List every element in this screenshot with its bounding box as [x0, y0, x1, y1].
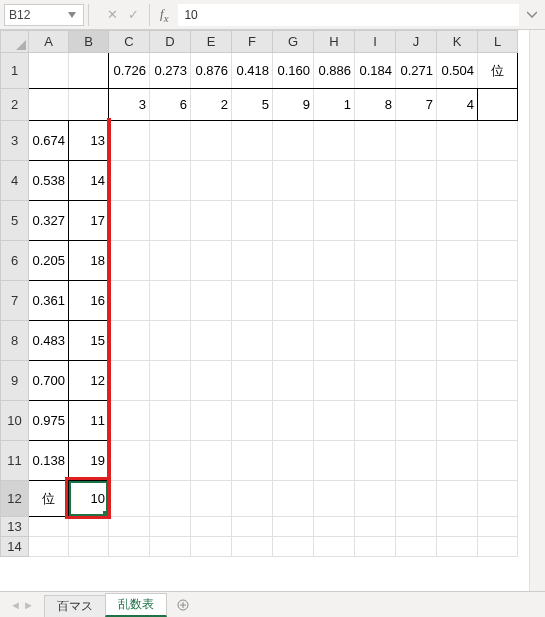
row-header-9[interactable]: 9 — [1, 361, 29, 401]
cell-J14[interactable] — [396, 537, 437, 557]
cell-L4[interactable] — [478, 161, 518, 201]
col-header-i[interactable]: I — [355, 31, 396, 53]
cell-A13[interactable] — [29, 517, 69, 537]
cell-L5[interactable] — [478, 201, 518, 241]
cell-D3[interactable] — [150, 121, 191, 161]
col-header-k[interactable]: K — [437, 31, 478, 53]
cell-L10[interactable] — [478, 401, 518, 441]
sheet-prev-icon[interactable]: ◄ — [10, 599, 21, 611]
cell-C4[interactable] — [109, 161, 150, 201]
cell-J7[interactable] — [396, 281, 437, 321]
cell-J13[interactable] — [396, 517, 437, 537]
cell-G14[interactable] — [273, 537, 314, 557]
cell-E5[interactable] — [191, 201, 232, 241]
col-header-l[interactable]: L — [478, 31, 518, 53]
cell-I13[interactable] — [355, 517, 396, 537]
cell-E10[interactable] — [191, 401, 232, 441]
cell-B13[interactable] — [69, 517, 109, 537]
cell-G5[interactable] — [273, 201, 314, 241]
cell-H13[interactable] — [314, 517, 355, 537]
cell-K5[interactable] — [437, 201, 478, 241]
cell-C3[interactable] — [109, 121, 150, 161]
cell-H1[interactable]: 0.886 — [314, 53, 355, 89]
cell-D13[interactable] — [150, 517, 191, 537]
cell-H11[interactable] — [314, 441, 355, 481]
cell-D7[interactable] — [150, 281, 191, 321]
cell-B8[interactable]: 15 — [69, 321, 109, 361]
row-header-13[interactable]: 13 — [1, 517, 29, 537]
cell-H3[interactable] — [314, 121, 355, 161]
sheet-tab-2[interactable]: 乱数表 — [105, 593, 167, 617]
cell-I5[interactable] — [355, 201, 396, 241]
sheet-tab-1[interactable]: 百マス — [44, 595, 106, 617]
cell-D5[interactable] — [150, 201, 191, 241]
cell-C10[interactable] — [109, 401, 150, 441]
cell-L7[interactable] — [478, 281, 518, 321]
cell-A14[interactable] — [29, 537, 69, 557]
cell-B14[interactable] — [69, 537, 109, 557]
cell-J12[interactable] — [396, 481, 437, 517]
cell-L8[interactable] — [478, 321, 518, 361]
col-header-e[interactable]: E — [191, 31, 232, 53]
cell-K7[interactable] — [437, 281, 478, 321]
cell-K13[interactable] — [437, 517, 478, 537]
cell-A3[interactable]: 0.674 — [29, 121, 69, 161]
row-header-5[interactable]: 5 — [1, 201, 29, 241]
cell-G2[interactable]: 9 — [273, 89, 314, 121]
cell-B1[interactable] — [69, 53, 109, 89]
cell-D14[interactable] — [150, 537, 191, 557]
cell-F6[interactable] — [232, 241, 273, 281]
cell-F7[interactable] — [232, 281, 273, 321]
cell-I12[interactable] — [355, 481, 396, 517]
cell-L3[interactable] — [478, 121, 518, 161]
cell-F4[interactable] — [232, 161, 273, 201]
cell-C2[interactable]: 3 — [109, 89, 150, 121]
cell-C5[interactable] — [109, 201, 150, 241]
cell-L13[interactable] — [478, 517, 518, 537]
cell-L6[interactable] — [478, 241, 518, 281]
cell-L12[interactable] — [478, 481, 518, 517]
name-box-dropdown-icon[interactable] — [65, 8, 79, 22]
cell-B10[interactable]: 11 — [69, 401, 109, 441]
cell-A11[interactable]: 0.138 — [29, 441, 69, 481]
cell-J3[interactable] — [396, 121, 437, 161]
cell-K9[interactable] — [437, 361, 478, 401]
cell-J1[interactable]: 0.271 — [396, 53, 437, 89]
cell-G3[interactable] — [273, 121, 314, 161]
cell-B3[interactable]: 13 — [69, 121, 109, 161]
cell-H14[interactable] — [314, 537, 355, 557]
cell-H9[interactable] — [314, 361, 355, 401]
row-header-11[interactable]: 11 — [1, 441, 29, 481]
cell-G6[interactable] — [273, 241, 314, 281]
cell-G7[interactable] — [273, 281, 314, 321]
cell-C14[interactable] — [109, 537, 150, 557]
cell-J4[interactable] — [396, 161, 437, 201]
cell-B7[interactable]: 16 — [69, 281, 109, 321]
col-header-h[interactable]: H — [314, 31, 355, 53]
cell-G13[interactable] — [273, 517, 314, 537]
cell-K12[interactable] — [437, 481, 478, 517]
cell-G11[interactable] — [273, 441, 314, 481]
cell-E8[interactable] — [191, 321, 232, 361]
cell-I9[interactable] — [355, 361, 396, 401]
row-header-6[interactable]: 6 — [1, 241, 29, 281]
cell-A2[interactable] — [29, 89, 69, 121]
cell-A9[interactable]: 0.700 — [29, 361, 69, 401]
cell-K4[interactable] — [437, 161, 478, 201]
cell-A8[interactable]: 0.483 — [29, 321, 69, 361]
row-header-4[interactable]: 4 — [1, 161, 29, 201]
cell-L11[interactable] — [478, 441, 518, 481]
sheet-next-icon[interactable]: ► — [23, 599, 34, 611]
cell-B4[interactable]: 14 — [69, 161, 109, 201]
cell-G10[interactable] — [273, 401, 314, 441]
cell-B5[interactable]: 17 — [69, 201, 109, 241]
cell-H2[interactable]: 1 — [314, 89, 355, 121]
cell-B11[interactable]: 19 — [69, 441, 109, 481]
row-header-8[interactable]: 8 — [1, 321, 29, 361]
cell-K1[interactable]: 0.504 — [437, 53, 478, 89]
cell-D11[interactable] — [150, 441, 191, 481]
cell-F11[interactable] — [232, 441, 273, 481]
col-header-d[interactable]: D — [150, 31, 191, 53]
cell-D9[interactable] — [150, 361, 191, 401]
cell-C12[interactable] — [109, 481, 150, 517]
